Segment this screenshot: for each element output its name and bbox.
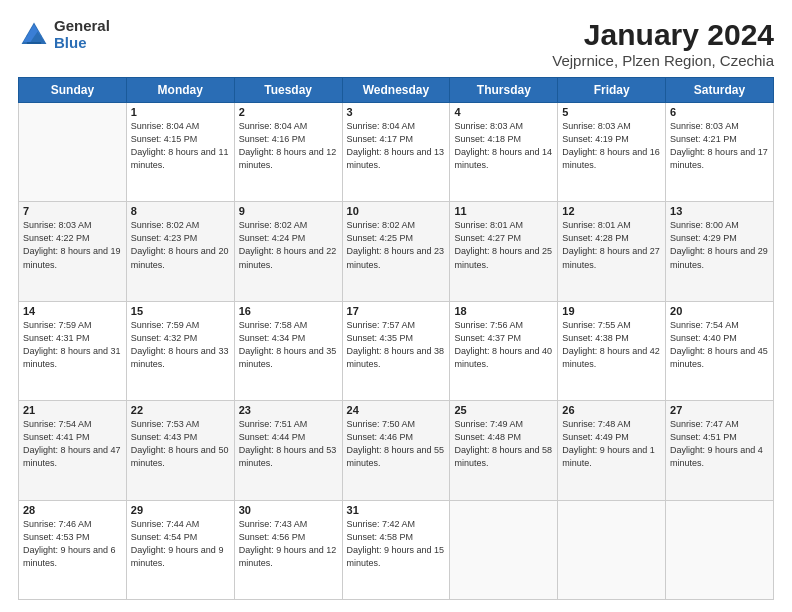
calendar-day-cell: 24Sunrise: 7:50 AMSunset: 4:46 PMDayligh… <box>342 401 450 500</box>
calendar-day-cell: 18Sunrise: 7:56 AMSunset: 4:37 PMDayligh… <box>450 301 558 400</box>
day-number: 10 <box>347 205 446 217</box>
day-info: Sunrise: 8:04 AMSunset: 4:17 PMDaylight:… <box>347 120 446 172</box>
page-subtitle: Vejprnice, Plzen Region, Czechia <box>552 52 774 69</box>
calendar-day-cell: 9Sunrise: 8:02 AMSunset: 4:24 PMDaylight… <box>234 202 342 301</box>
calendar-day-cell <box>558 500 666 599</box>
calendar-day-cell: 19Sunrise: 7:55 AMSunset: 4:38 PMDayligh… <box>558 301 666 400</box>
weekday-header-thursday: Thursday <box>450 78 558 103</box>
day-info: Sunrise: 7:59 AMSunset: 4:31 PMDaylight:… <box>23 319 122 371</box>
calendar-day-cell: 2Sunrise: 8:04 AMSunset: 4:16 PMDaylight… <box>234 103 342 202</box>
day-info: Sunrise: 7:42 AMSunset: 4:58 PMDaylight:… <box>347 518 446 570</box>
calendar-day-cell: 15Sunrise: 7:59 AMSunset: 4:32 PMDayligh… <box>126 301 234 400</box>
weekday-header-wednesday: Wednesday <box>342 78 450 103</box>
day-number: 14 <box>23 305 122 317</box>
weekday-header-sunday: Sunday <box>19 78 127 103</box>
calendar-day-cell: 14Sunrise: 7:59 AMSunset: 4:31 PMDayligh… <box>19 301 127 400</box>
calendar-day-cell: 31Sunrise: 7:42 AMSunset: 4:58 PMDayligh… <box>342 500 450 599</box>
day-number: 11 <box>454 205 553 217</box>
day-info: Sunrise: 7:56 AMSunset: 4:37 PMDaylight:… <box>454 319 553 371</box>
logo-blue-text: Blue <box>54 35 110 52</box>
calendar-week-row: 7Sunrise: 8:03 AMSunset: 4:22 PMDaylight… <box>19 202 774 301</box>
logo-icon <box>18 19 50 51</box>
calendar-day-cell: 3Sunrise: 8:04 AMSunset: 4:17 PMDaylight… <box>342 103 450 202</box>
calendar-week-row: 14Sunrise: 7:59 AMSunset: 4:31 PMDayligh… <box>19 301 774 400</box>
day-info: Sunrise: 8:02 AMSunset: 4:24 PMDaylight:… <box>239 219 338 271</box>
header: General Blue January 2024 Vejprnice, Plz… <box>18 18 774 69</box>
day-number: 25 <box>454 404 553 416</box>
day-info: Sunrise: 8:03 AMSunset: 4:19 PMDaylight:… <box>562 120 661 172</box>
day-info: Sunrise: 8:03 AMSunset: 4:21 PMDaylight:… <box>670 120 769 172</box>
logo-text: General Blue <box>54 18 110 51</box>
day-number: 2 <box>239 106 338 118</box>
calendar-day-cell <box>450 500 558 599</box>
calendar-week-row: 28Sunrise: 7:46 AMSunset: 4:53 PMDayligh… <box>19 500 774 599</box>
day-info: Sunrise: 7:55 AMSunset: 4:38 PMDaylight:… <box>562 319 661 371</box>
day-info: Sunrise: 8:00 AMSunset: 4:29 PMDaylight:… <box>670 219 769 271</box>
day-number: 8 <box>131 205 230 217</box>
calendar-day-cell: 4Sunrise: 8:03 AMSunset: 4:18 PMDaylight… <box>450 103 558 202</box>
day-number: 21 <box>23 404 122 416</box>
calendar-day-cell: 6Sunrise: 8:03 AMSunset: 4:21 PMDaylight… <box>666 103 774 202</box>
weekday-header-friday: Friday <box>558 78 666 103</box>
day-info: Sunrise: 8:04 AMSunset: 4:15 PMDaylight:… <box>131 120 230 172</box>
day-number: 1 <box>131 106 230 118</box>
weekday-header-saturday: Saturday <box>666 78 774 103</box>
page: General Blue January 2024 Vejprnice, Plz… <box>0 0 792 612</box>
weekday-header-tuesday: Tuesday <box>234 78 342 103</box>
logo-general-text: General <box>54 18 110 35</box>
day-info: Sunrise: 7:51 AMSunset: 4:44 PMDaylight:… <box>239 418 338 470</box>
day-number: 12 <box>562 205 661 217</box>
day-info: Sunrise: 7:50 AMSunset: 4:46 PMDaylight:… <box>347 418 446 470</box>
day-number: 30 <box>239 504 338 516</box>
day-info: Sunrise: 8:04 AMSunset: 4:16 PMDaylight:… <box>239 120 338 172</box>
calendar-day-cell: 16Sunrise: 7:58 AMSunset: 4:34 PMDayligh… <box>234 301 342 400</box>
day-number: 29 <box>131 504 230 516</box>
day-info: Sunrise: 7:54 AMSunset: 4:40 PMDaylight:… <box>670 319 769 371</box>
calendar-week-row: 1Sunrise: 8:04 AMSunset: 4:15 PMDaylight… <box>19 103 774 202</box>
calendar-day-cell: 17Sunrise: 7:57 AMSunset: 4:35 PMDayligh… <box>342 301 450 400</box>
calendar-table: SundayMondayTuesdayWednesdayThursdayFrid… <box>18 77 774 600</box>
calendar-day-cell: 22Sunrise: 7:53 AMSunset: 4:43 PMDayligh… <box>126 401 234 500</box>
day-info: Sunrise: 7:46 AMSunset: 4:53 PMDaylight:… <box>23 518 122 570</box>
day-info: Sunrise: 7:59 AMSunset: 4:32 PMDaylight:… <box>131 319 230 371</box>
calendar-day-cell: 28Sunrise: 7:46 AMSunset: 4:53 PMDayligh… <box>19 500 127 599</box>
day-info: Sunrise: 7:44 AMSunset: 4:54 PMDaylight:… <box>131 518 230 570</box>
day-info: Sunrise: 8:03 AMSunset: 4:22 PMDaylight:… <box>23 219 122 271</box>
calendar-day-cell: 20Sunrise: 7:54 AMSunset: 4:40 PMDayligh… <box>666 301 774 400</box>
calendar-day-cell: 12Sunrise: 8:01 AMSunset: 4:28 PMDayligh… <box>558 202 666 301</box>
day-info: Sunrise: 7:48 AMSunset: 4:49 PMDaylight:… <box>562 418 661 470</box>
day-number: 31 <box>347 504 446 516</box>
calendar-day-cell: 25Sunrise: 7:49 AMSunset: 4:48 PMDayligh… <box>450 401 558 500</box>
day-number: 16 <box>239 305 338 317</box>
day-number: 7 <box>23 205 122 217</box>
calendar-day-cell: 29Sunrise: 7:44 AMSunset: 4:54 PMDayligh… <box>126 500 234 599</box>
calendar-day-cell: 13Sunrise: 8:00 AMSunset: 4:29 PMDayligh… <box>666 202 774 301</box>
day-number: 4 <box>454 106 553 118</box>
day-number: 22 <box>131 404 230 416</box>
day-info: Sunrise: 7:53 AMSunset: 4:43 PMDaylight:… <box>131 418 230 470</box>
day-info: Sunrise: 8:02 AMSunset: 4:25 PMDaylight:… <box>347 219 446 271</box>
day-number: 27 <box>670 404 769 416</box>
day-number: 5 <box>562 106 661 118</box>
day-info: Sunrise: 8:03 AMSunset: 4:18 PMDaylight:… <box>454 120 553 172</box>
calendar-day-cell: 7Sunrise: 8:03 AMSunset: 4:22 PMDaylight… <box>19 202 127 301</box>
title-block: January 2024 Vejprnice, Plzen Region, Cz… <box>552 18 774 69</box>
calendar-day-cell <box>19 103 127 202</box>
day-info: Sunrise: 7:49 AMSunset: 4:48 PMDaylight:… <box>454 418 553 470</box>
day-number: 15 <box>131 305 230 317</box>
day-info: Sunrise: 8:01 AMSunset: 4:27 PMDaylight:… <box>454 219 553 271</box>
day-number: 18 <box>454 305 553 317</box>
day-number: 17 <box>347 305 446 317</box>
calendar-day-cell <box>666 500 774 599</box>
calendar-day-cell: 8Sunrise: 8:02 AMSunset: 4:23 PMDaylight… <box>126 202 234 301</box>
day-number: 6 <box>670 106 769 118</box>
calendar-day-cell: 5Sunrise: 8:03 AMSunset: 4:19 PMDaylight… <box>558 103 666 202</box>
day-info: Sunrise: 8:02 AMSunset: 4:23 PMDaylight:… <box>131 219 230 271</box>
day-info: Sunrise: 7:43 AMSunset: 4:56 PMDaylight:… <box>239 518 338 570</box>
day-number: 23 <box>239 404 338 416</box>
day-number: 28 <box>23 504 122 516</box>
day-number: 19 <box>562 305 661 317</box>
day-info: Sunrise: 7:58 AMSunset: 4:34 PMDaylight:… <box>239 319 338 371</box>
calendar-day-cell: 21Sunrise: 7:54 AMSunset: 4:41 PMDayligh… <box>19 401 127 500</box>
day-number: 13 <box>670 205 769 217</box>
